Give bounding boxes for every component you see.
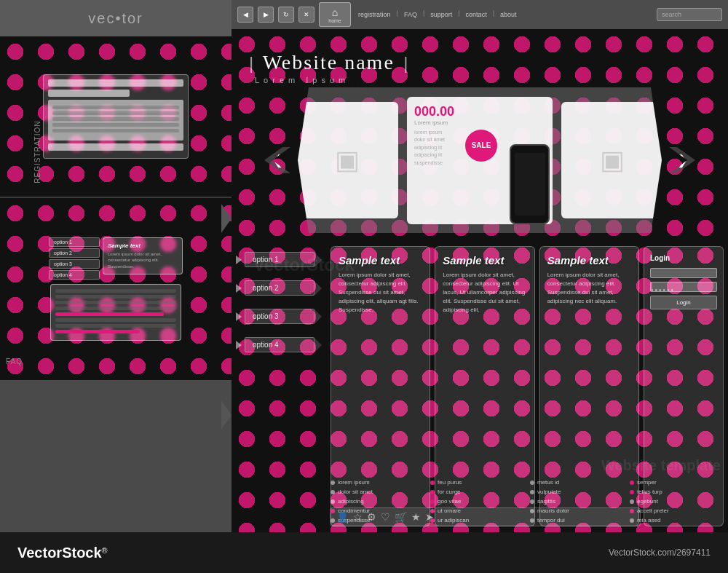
- gear-icon[interactable]: ⚙: [367, 511, 376, 523]
- footer-logo-text: VectorStock: [17, 545, 102, 561]
- left-panel: vec•tor REGISTRATION: [0, 0, 232, 532]
- nav-link-support[interactable]: support: [427, 9, 455, 20]
- star-icon[interactable]: ☆: [353, 511, 363, 523]
- nav-link-faq[interactable]: FAQ: [401, 9, 420, 20]
- option-end-arrow-2: [314, 281, 322, 296]
- arrow-icon[interactable]: ➤: [425, 511, 434, 523]
- price-value: 000.00: [414, 104, 454, 119]
- bottom-section: Website template VectorStock option 1 op…: [232, 240, 728, 532]
- login-username-field[interactable]: [650, 268, 717, 278]
- option-end-arrow-1: [314, 253, 322, 267]
- ml-3: [55, 301, 176, 304]
- option-label-2[interactable]: option 2: [245, 280, 314, 296]
- website-name: Website name: [263, 51, 395, 74]
- bullet-2-1: feu purus: [430, 478, 524, 487]
- product-list: lorem ipsum dolor sit amet adipiscing li…: [414, 129, 454, 167]
- carousel: ❮ ▣ 000.00 Lorem ipsum lorem ipsum dolor…: [232, 80, 728, 240]
- brand-text: vec•tor: [88, 10, 143, 27]
- left-top-area: vec•tor: [0, 0, 232, 36]
- phone-device: [510, 144, 550, 224]
- nav-links: registration | FAQ | support | contact |…: [355, 9, 652, 20]
- dot: [530, 481, 534, 485]
- mini-opt-4: option 4: [49, 270, 100, 280]
- heart-icon[interactable]: ♡: [381, 511, 390, 523]
- mini-content-box: [48, 100, 183, 141]
- option-item-3[interactable]: option 3: [232, 303, 326, 330]
- nav-search-box[interactable]: search: [657, 8, 722, 21]
- option-arrow-4: [236, 341, 242, 349]
- mini-options-area: option 1 option 2 option 3 option 4 Samp…: [49, 237, 183, 280]
- mini-opt-1: option 1: [49, 237, 100, 247]
- user-icon[interactable]: 👤: [336, 511, 349, 523]
- nav-link-contact[interactable]: contact: [463, 9, 490, 20]
- home-label: home: [328, 18, 341, 23]
- ml-2: [55, 295, 176, 299]
- mini-line-3: [52, 129, 179, 133]
- option-arrow-2: [236, 284, 242, 293]
- nav-bar: ◀ ▶ ↻ ✕ ⌂ home registration | FAQ | supp…: [232, 0, 728, 29]
- bullet-4-5: mia ased: [630, 515, 724, 525]
- option-label-3[interactable]: option 3: [245, 309, 314, 324]
- phone-screen: [515, 153, 545, 216]
- dot-pink: [430, 499, 435, 504]
- bullet-4-1: semper: [630, 478, 724, 487]
- option-label-1[interactable]: option 1: [245, 252, 314, 267]
- footer-brand: VectorStock®: [17, 545, 108, 561]
- nav-home-btn[interactable]: ⌂ home: [319, 2, 351, 27]
- mini-bar-2: [48, 143, 183, 151]
- mini-bar-short: [48, 90, 130, 97]
- bullet-col-4: semper tellus turp egebunt accelt preler…: [630, 478, 724, 525]
- carousel-card-main: 000.00 Lorem ipsum lorem ipsum dolor sit…: [407, 97, 553, 224]
- left-panel-arrow-2: [221, 400, 232, 430]
- price-label: Lorem ipsum: [414, 119, 454, 126]
- card-icon-left: ▣: [335, 145, 360, 175]
- password-dots: ••••••: [651, 286, 675, 294]
- registration-label: REGISTRATION: [33, 121, 41, 183]
- login-submit-btn[interactable]: Login: [650, 296, 717, 309]
- carousel-card-right: ▣: [561, 102, 663, 218]
- option-arrow-1: [236, 256, 242, 264]
- dot: [331, 490, 335, 494]
- bullet-2-3: goo vitae: [430, 497, 524, 506]
- login-password-field[interactable]: ••••••: [650, 282, 717, 292]
- cart-icon[interactable]: 🛒: [395, 511, 407, 523]
- nav-back-btn[interactable]: ◀: [237, 7, 253, 23]
- dot: [530, 499, 534, 504]
- main-area: ◀ ▶ ↻ ✕ ⌂ home registration | FAQ | supp…: [232, 0, 728, 532]
- dot-pink: [430, 490, 435, 494]
- dot-pink: [430, 481, 435, 485]
- option-item-1[interactable]: option 1: [232, 246, 326, 273]
- carousel-next-btn[interactable]: ❯: [669, 147, 695, 173]
- left-thumb-2: option 1 option 2 option 3 option 4 Samp…: [0, 198, 232, 380]
- nav-refresh-btn[interactable]: ↻: [278, 7, 294, 23]
- login-title: Login: [650, 254, 717, 262]
- bullet-1-2: dolor sit amet: [331, 487, 424, 497]
- bullet-4-4: accelt preler: [630, 506, 724, 515]
- star-filled-icon[interactable]: ★: [411, 511, 421, 523]
- option-item-2[interactable]: option 2: [232, 274, 326, 301]
- option-end-arrow-4: [314, 338, 322, 352]
- nav-link-registration[interactable]: registration: [355, 9, 394, 20]
- option-item-4[interactable]: option 4: [232, 331, 326, 358]
- option-end-arrow-3: [314, 309, 322, 324]
- mini-opt-3: option 3: [49, 259, 100, 269]
- nav-link-about[interactable]: about: [497, 9, 520, 20]
- hero-section: VectorStock | Website name | Lorem Ipsum…: [232, 29, 728, 240]
- bullet-1-1: lorem ipsum: [331, 478, 424, 487]
- website-name-area: | Website name |: [249, 51, 408, 74]
- dot-pink: [630, 490, 634, 494]
- option-label-4[interactable]: option 4: [245, 337, 314, 352]
- mini-list-card: [50, 284, 181, 341]
- mini-ui-1: [43, 74, 189, 159]
- ml-6: [55, 324, 176, 328]
- ml-pink: [55, 312, 164, 316]
- ml-1: [55, 289, 176, 293]
- icon-row: 👤 ☆ ⚙ ♡ 🛒 ★ ➤: [330, 507, 641, 526]
- bullet-3-2: vulputate: [530, 487, 624, 497]
- dot: [331, 499, 335, 504]
- carousel-prev-btn[interactable]: ❮: [264, 147, 290, 173]
- nav-close-btn[interactable]: ✕: [298, 7, 314, 23]
- footer-registered: ®: [102, 545, 108, 554]
- options-list: option 1 option 2 option 3 option 4: [232, 240, 326, 532]
- nav-forward-btn[interactable]: ▶: [258, 7, 274, 23]
